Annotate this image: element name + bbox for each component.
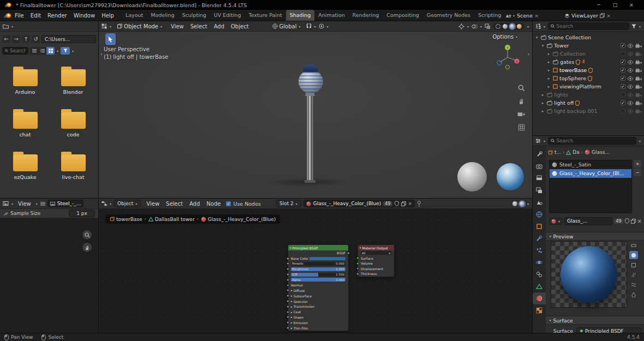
menu-help[interactable]: Help — [98, 10, 117, 21]
expand-arrow[interactable]: ▸ — [540, 109, 545, 113]
breadcrumb-item-towerbase[interactable]: towerBase — [110, 217, 142, 222]
material-slot[interactable]: Steel_-_Satin — [550, 160, 631, 169]
value-slider[interactable]: Roughness1.000 — [291, 267, 345, 271]
properties-tab-texture[interactable] — [533, 304, 546, 316]
outliner-row[interactable]: ▸viewingPlatform✓ — [533, 82, 644, 91]
outliner-search[interactable] — [548, 22, 629, 30]
socket-float[interactable] — [356, 272, 359, 275]
workspace-tab-shading[interactable]: Shading — [286, 10, 315, 21]
chevron-down-icon[interactable]: ▾ — [110, 202, 111, 206]
camera-icon[interactable] — [635, 85, 642, 89]
chevron-down-icon[interactable]: ▾ — [72, 49, 74, 53]
unlink-icon[interactable]: × — [637, 218, 642, 224]
properties-tab-data[interactable] — [533, 280, 546, 292]
expand-arrow[interactable]: ▾ — [540, 44, 545, 48]
folder-item-live-chat[interactable]: live-chat — [49, 154, 97, 180]
material-name-field[interactable]: Glass_... — [564, 217, 612, 225]
breadcrumb-item-glass[interactable]: Glass... — [585, 149, 610, 155]
breadcrumb-item-dallasball-tower[interactable]: DallasBall tower — [148, 217, 195, 222]
node-row-subsurface[interactable]: ▸Subsurface — [288, 293, 348, 298]
outliner-editor-icon[interactable] — [535, 23, 541, 29]
outliner-row[interactable]: ▸lights — [533, 91, 644, 99]
up-button[interactable]: ↑ — [22, 35, 30, 43]
expand-arrow[interactable]: ▸ — [546, 60, 551, 64]
menu-file[interactable]: File — [11, 10, 27, 21]
socket-color[interactable] — [287, 257, 289, 260]
node-row-alpha[interactable]: Alpha1.000 — [288, 277, 348, 283]
node-row-surface[interactable]: Surface — [358, 256, 394, 261]
folder-item-chat[interactable]: chat — [1, 112, 49, 137]
properties-tab-particles[interactable] — [533, 244, 546, 256]
chevron-down-icon[interactable]: ▾ — [467, 25, 469, 28]
collapse-arrow-icon[interactable]: ▾ — [360, 246, 361, 249]
shield-icon[interactable] — [588, 76, 592, 81]
camera-icon[interactable] — [635, 109, 642, 113]
chevron-down-icon[interactable]: ▾ — [544, 25, 545, 28]
shader-menu-add[interactable]: Add — [186, 199, 203, 209]
camera-icon[interactable] — [635, 93, 642, 97]
snap-magnet-icon[interactable] — [306, 23, 312, 29]
display-detail-button[interactable] — [38, 47, 46, 55]
eye-icon[interactable] — [627, 68, 634, 73]
fake-user-shield-icon[interactable] — [395, 201, 399, 206]
workspace-tab-uv-editing[interactable]: UV Editing — [210, 10, 245, 21]
pan-hand-widget[interactable] — [517, 97, 526, 105]
node-row-specular[interactable]: ▸Specular — [288, 298, 348, 304]
node-row-thin-film[interactable]: ▸Thin Film — [288, 325, 348, 331]
properties-tab-modifiers[interactable] — [533, 232, 546, 244]
users-count-badge[interactable]: 49 — [383, 201, 392, 206]
unlink-icon[interactable]: × — [408, 201, 413, 206]
eye-icon[interactable] — [627, 109, 634, 113]
navigation-gizmo[interactable]: Y X — [493, 43, 522, 72]
blender-icon[interactable] — [3, 13, 11, 19]
viewport-menu-add[interactable]: Add — [211, 21, 228, 32]
chevron-down-icon[interactable]: ▾ — [639, 139, 641, 143]
proportional-editing-icon[interactable] — [319, 23, 324, 29]
outliner-row[interactable]: ▸gates4✓ — [533, 58, 644, 66]
menu-edit[interactable]: Edit — [27, 10, 44, 21]
preview-flat-button[interactable] — [629, 241, 638, 249]
socket-shader[interactable] — [356, 262, 359, 265]
editor-type-icon[interactable] — [102, 23, 107, 29]
properties-tab-constraints[interactable] — [533, 268, 546, 280]
outliner-row[interactable]: ▸light off✓ — [533, 99, 644, 107]
outliner-row[interactable]: ▸topSphere✓ — [533, 74, 644, 82]
properties-tab-tool[interactable] — [533, 148, 546, 160]
surface-section-header[interactable]: ▾ Surface — [546, 316, 644, 325]
folder-item-arduino[interactable]: Arduino — [1, 69, 49, 95]
node-row-base-color[interactable]: Base Color — [288, 256, 348, 261]
node-row-sheen[interactable]: ▸Sheen — [288, 315, 348, 320]
tower-shaft[interactable] — [307, 95, 313, 181]
chevron-down-icon[interactable]: ▾ — [110, 25, 111, 28]
folder-item-blender[interactable]: Blender — [49, 69, 97, 95]
node-row-roughness[interactable]: Roughness1.000 — [288, 266, 348, 272]
camera-icon[interactable] — [635, 101, 642, 105]
socket-float[interactable] — [287, 327, 289, 330]
preview-toggle-ball[interactable] — [512, 201, 517, 206]
socket-shader[interactable] — [356, 257, 359, 260]
image-canvas[interactable] — [0, 218, 98, 333]
properties-tab-output[interactable] — [533, 172, 546, 184]
value-slider[interactable]: IOR1.500 — [291, 273, 345, 277]
chevron-down-icon[interactable]: ▾ — [639, 25, 641, 28]
chevron-down-icon[interactable]: ▾ — [57, 49, 58, 53]
socket-float[interactable] — [287, 289, 289, 292]
slot-dropdown[interactable]: Slot 2▾ — [276, 200, 301, 207]
socket-float[interactable] — [287, 316, 289, 319]
shader-menu-node[interactable]: Node — [203, 199, 224, 209]
shader-menu-view[interactable]: View — [143, 199, 163, 209]
outliner-row[interactable]: ▾Scene Collection — [533, 33, 644, 41]
file-browser-editor-icon[interactable] — [3, 24, 9, 29]
menu-window[interactable]: Window — [70, 10, 98, 21]
material-output-node[interactable]: ▾Material Output All▾SurfaceVolumeDispla… — [357, 244, 395, 277]
material-slot[interactable]: Glass_-_Heavy_Color_(Bl... — [550, 169, 631, 178]
checkbox[interactable]: ✓ — [621, 76, 625, 81]
display-thumbnail-button[interactable] — [46, 47, 55, 55]
node-row-displacement[interactable]: Displacement — [358, 266, 394, 272]
viewport-canvas[interactable]: › ‹ User Perspective (1) light off | tow… — [99, 32, 532, 198]
shading-material-button[interactable] — [510, 24, 515, 29]
show-gizmo-icon[interactable] — [458, 23, 464, 29]
material-selector[interactable]: Glass_-_Heavy_Color_(Blue) 49 × — [303, 200, 415, 207]
socket-float[interactable] — [287, 268, 289, 271]
remove-slot-button[interactable]: − — [634, 169, 641, 176]
